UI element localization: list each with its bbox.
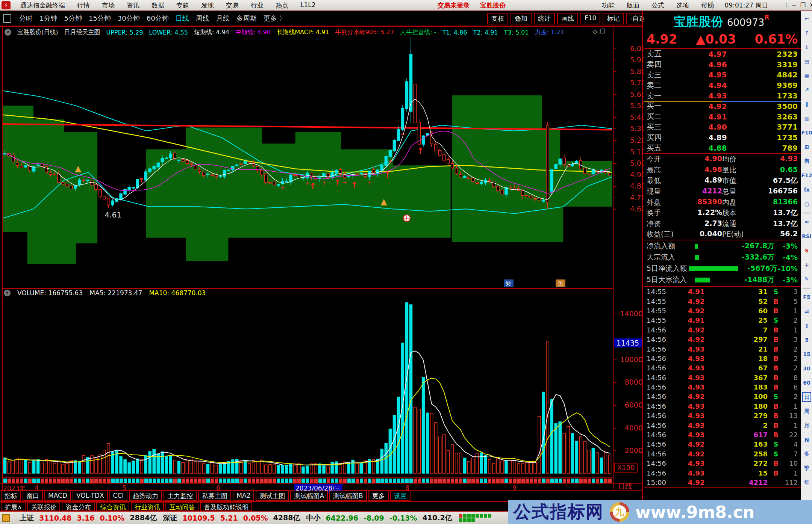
kline-icon[interactable]: ∥ [801, 97, 812, 111]
indicator-tab[interactable]: 主力监控 [164, 491, 197, 501]
tick-row[interactable]: 14:564.93272B10 [644, 459, 801, 468]
wave-icon[interactable]: ≈ [801, 215, 812, 229]
period-n[interactable]: N [801, 433, 812, 447]
indicator-tab[interactable]: 更多 [368, 491, 389, 501]
tick-row[interactable]: 14:564.9318B2 [644, 354, 801, 363]
ask-row[interactable]: 卖四4.963319 [644, 59, 801, 70]
chevron-down-icon[interactable]: ∨ [4, 290, 11, 296]
period-item[interactable]: 更多 〉 [260, 14, 289, 23]
minimize-icon[interactable]: − [790, 2, 798, 9]
tick-row[interactable]: 14:554.9125S2 [644, 316, 801, 325]
tick-row[interactable]: 14:564.93279B13 [644, 411, 801, 420]
period-month[interactable]: 月 [801, 418, 812, 433]
menu-item[interactable]: 行情 [71, 1, 96, 10]
main-candlestick-chart[interactable]: ↑↑↑↑↑+++++++▲▲5.994.61 [3, 37, 612, 284]
f12-button[interactable]: F12 [801, 168, 812, 183]
period-year[interactable]: 年 [801, 476, 812, 490]
tick-row[interactable]: 14:564.9367B2 [644, 363, 801, 373]
pane-badge[interactable]: 仿 [556, 279, 565, 287]
pane-badge[interactable]: 财 [504, 279, 514, 287]
f5-button[interactable]: F5 [801, 290, 812, 304]
trade-login-status[interactable]: 交易未登录 [432, 1, 475, 10]
period-5[interactable]: 5 [801, 333, 812, 347]
layout-icon[interactable] [3, 14, 11, 23]
tick-row[interactable]: 14:564.9321B2 [644, 344, 801, 353]
tick-row[interactable]: 14:554.9131S3 [644, 287, 801, 296]
up-icon[interactable]: ↑ [801, 26, 812, 40]
indicator-tab[interactable]: CCI [109, 491, 128, 501]
index-name[interactable]: 中小 [306, 513, 321, 523]
toolbar-button[interactable]: F10 [580, 13, 600, 24]
header-corner-icon[interactable]: ❐ [600, 28, 605, 35]
indicator-tab[interactable]: 趋势动力 [129, 491, 162, 501]
ask-row[interactable]: 卖二4.949369 [644, 80, 801, 91]
circle-icon[interactable]: ○ [801, 197, 812, 211]
menu-item[interactable]: 公式 [645, 1, 670, 10]
quote-table-icon[interactable]: ▦ [801, 68, 812, 83]
index-name[interactable]: 上证 [20, 513, 34, 523]
menu-item[interactable]: 版面 [621, 1, 645, 10]
s-button[interactable]: S [801, 243, 812, 258]
menu-item[interactable]: 功能 [596, 1, 621, 10]
custom-button[interactable]: 自 [801, 154, 812, 168]
menu-item[interactable]: 交易 [220, 1, 245, 10]
period-quarter[interactable]: 季 [801, 461, 812, 476]
secondary-tab[interactable]: 资金分布 [62, 502, 95, 511]
secondary-tab[interactable]: 互动问答 [165, 502, 198, 511]
toolbar-button[interactable]: 统计 [534, 13, 555, 24]
report-icon[interactable]: ▤ [801, 54, 812, 68]
indicator-tab[interactable]: 设置 [390, 491, 411, 501]
close-icon[interactable]: ✕ [808, 2, 812, 9]
period-day[interactable]: 日 [801, 390, 812, 404]
toolbar-button[interactable]: 复权 [487, 13, 508, 24]
period-multi[interactable]: 多 [801, 447, 812, 461]
period-item[interactable]: 日线 [172, 14, 192, 23]
period-item[interactable]: 60分钟 [143, 14, 172, 23]
draw-icon[interactable]: ✎ [801, 272, 812, 286]
menu-item[interactable]: L1L2 [294, 1, 322, 10]
tick-row[interactable]: 14:564.927B1 [644, 325, 801, 335]
indicator-tab[interactable]: 指标 [1, 491, 21, 501]
toolbar-button[interactable]: 画线 [557, 13, 578, 24]
secondary-tab[interactable]: 普及版功能说明 [200, 502, 252, 511]
formula-icon[interactable]: fx [801, 183, 812, 197]
period-15[interactable]: 15 [801, 347, 812, 361]
bid-row[interactable]: 买一4.923500 [644, 101, 801, 112]
indicator-tab[interactable]: 私募主图 [198, 491, 231, 501]
tick-row[interactable]: 14:564.93180B1 [644, 402, 801, 411]
tick-row[interactable]: 14:554.9252B5 [644, 296, 801, 306]
trend-icon[interactable]: ↗ [801, 83, 812, 97]
indicator-tab[interactable]: MACD [44, 491, 71, 501]
bid-row[interactable]: 买三4.903771 [644, 122, 801, 133]
menu-item[interactable]: 行业 [245, 1, 270, 10]
period-item[interactable]: 1分钟 [36, 14, 61, 23]
tick-row[interactable]: 14:564.92100S2 [644, 392, 801, 401]
bid-row[interactable]: 买五4.88789 [644, 143, 801, 153]
toolbar-button[interactable]: 叠加 [511, 13, 532, 24]
period-item[interactable]: 分时 [16, 14, 36, 23]
menu-item[interactable]: 热点 [270, 1, 294, 10]
period-item[interactable]: 多周期 [233, 14, 260, 23]
pane-divider[interactable] [2, 288, 614, 289]
tick-row[interactable]: 14:564.9315B1 [644, 468, 801, 477]
f10-button[interactable]: F10 [801, 125, 812, 140]
toolbar-button[interactable]: 标记 [603, 13, 624, 24]
volume-chart[interactable] [3, 299, 612, 475]
ask-row[interactable]: 卖五4.972323 [644, 49, 801, 59]
news-icon[interactable]: ▥ [801, 111, 812, 125]
indicator-tab[interactable]: VOL-TDX [73, 491, 108, 501]
period-item[interactable]: 月线 [213, 14, 233, 23]
period-1[interactable]: 1 [801, 319, 812, 333]
market-status-icon[interactable] [2, 514, 10, 522]
tick-row[interactable]: 14:564.92163S4 [644, 439, 801, 449]
rsi-button[interactable]: RSI [801, 229, 812, 243]
secondary-tab[interactable]: 关联报价 [27, 502, 60, 511]
period-item[interactable]: 周线 [192, 14, 213, 23]
menu-item[interactable]: 专题 [170, 1, 195, 10]
indicator-tab[interactable]: MA2 [233, 491, 254, 501]
period-item[interactable]: 5分钟 [61, 14, 85, 23]
menu-item[interactable]: 发现 [195, 1, 220, 10]
mini-chart-icon[interactable] [459, 514, 495, 522]
ask-row[interactable]: 卖三4.954842 [644, 70, 801, 80]
bid-row[interactable]: 买二4.913263 [644, 112, 801, 122]
